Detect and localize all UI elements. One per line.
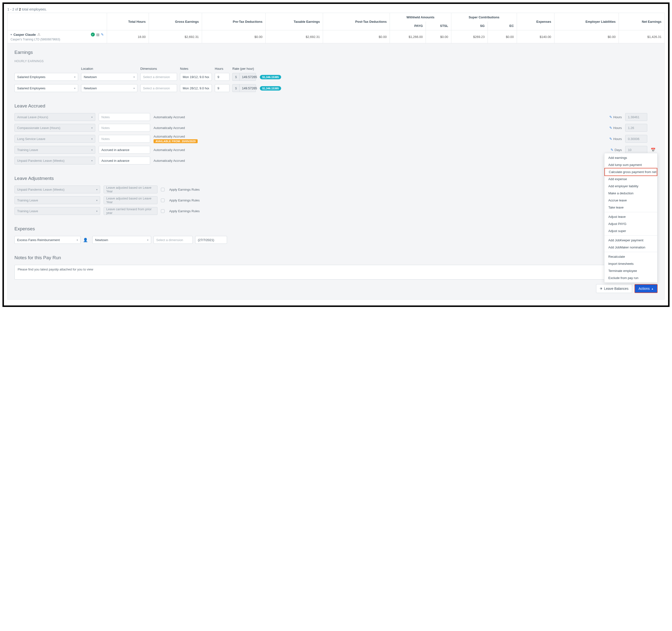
payrun-notes-input[interactable]	[15, 265, 657, 279]
adjust-reason-value: Leave carried forward from prior year	[106, 207, 155, 214]
available-from-badge: AVAILABLE FROM: 20/05/2029	[153, 139, 198, 143]
menu-item[interactable]: Accrue leave	[604, 197, 657, 204]
col-sg: SG	[451, 22, 487, 30]
menu-item[interactable]: Add JobMaker nomination	[604, 244, 657, 251]
cell-sg: $269.23	[451, 30, 487, 43]
count-prefix: 1 - 2 of	[7, 7, 19, 11]
menu-item[interactable]: Make a deduction	[604, 190, 657, 197]
earnings-dimension-input[interactable]	[140, 73, 177, 81]
leave-value-input: 0.30006	[625, 135, 647, 143]
edit-icon[interactable]: ✎	[609, 137, 612, 141]
leave-notes-field[interactable]	[101, 115, 147, 119]
edit-icon[interactable]: ✎	[610, 148, 614, 152]
chevron-down-icon[interactable]: ▾	[10, 33, 12, 36]
leave-value: 1.38461	[628, 115, 640, 119]
menu-item[interactable]: Import timesheets	[604, 260, 657, 267]
leave-notes-field[interactable]	[101, 159, 147, 162]
auto-accrued-text: Automatically Accrued	[153, 148, 200, 152]
menu-item[interactable]: Take leave	[604, 204, 657, 211]
chevron-down-icon: ▾	[96, 188, 97, 191]
notes-heading: Notes for this Pay Run	[15, 255, 657, 260]
earnings-notes-field[interactable]	[183, 86, 209, 90]
expense-dimension-field[interactable]	[156, 238, 190, 242]
expense-note-field[interactable]	[198, 238, 224, 242]
leave-notes-input[interactable]	[99, 157, 150, 165]
earnings-notes-input[interactable]	[180, 73, 212, 81]
col-super: Super Contributions	[451, 13, 517, 22]
leave-notes-field[interactable]	[101, 126, 147, 130]
chevron-down-icon: ▾	[96, 199, 97, 202]
chevron-down-icon: ▾	[77, 238, 78, 241]
menu-item[interactable]: Add lump sum payment	[604, 161, 657, 169]
earnings-location-select[interactable]: Newtown▾	[81, 84, 137, 92]
expense-note-input[interactable]	[195, 236, 227, 244]
leave-unit-label: Hours	[613, 115, 622, 119]
earnings-heading: Earnings	[15, 50, 657, 55]
menu-item[interactable]: Adjust leave	[604, 213, 657, 220]
calendar-icon[interactable]: 📅	[651, 148, 655, 152]
earnings-location-select[interactable]: Newtown▾	[81, 73, 137, 81]
earnings-hours-field[interactable]	[217, 75, 227, 79]
list-icon[interactable]: ▤	[96, 32, 99, 36]
actions-button[interactable]: Actions ▲	[634, 284, 657, 293]
menu-item[interactable]: Add JobKeeper payment	[604, 237, 657, 244]
leave-notes-field[interactable]	[101, 148, 147, 152]
earnings-hours-input[interactable]	[215, 84, 230, 92]
menu-item[interactable]: Adjust PAYG	[604, 220, 657, 227]
dollar-icon: $	[233, 84, 239, 92]
menu-item[interactable]: Add earnings	[604, 154, 657, 161]
adjust-type-select: Training Leave▾	[15, 196, 100, 204]
edit-icon[interactable]: ✎	[101, 32, 104, 36]
menu-item[interactable]: Exclude from pay run	[604, 274, 657, 281]
earnings-notes-field[interactable]	[183, 75, 209, 79]
col-expenses: Expenses	[517, 13, 554, 30]
earnings-dimension-input[interactable]	[140, 84, 177, 92]
expense-category-value: Excess Fares Reimbursement	[17, 238, 60, 242]
cell-pretax: $0.00	[202, 30, 265, 43]
cell-gross: $2,692.31	[149, 30, 202, 43]
earnings-category-select[interactable]: Salaried Employees▾	[15, 73, 78, 81]
menu-item[interactable]: Calculate gross payment from net	[604, 168, 657, 176]
menu-item[interactable]: Terminate employee	[604, 267, 657, 274]
leave-notes-input[interactable]	[99, 124, 150, 132]
menu-item[interactable]: Add employer liability	[604, 183, 657, 190]
earnings-notes-input[interactable]	[180, 84, 212, 92]
col-hours-label: Hours	[215, 67, 230, 71]
menu-item[interactable]: Recalculate	[604, 253, 657, 260]
leave-balances-label: Leave Balances	[604, 286, 629, 291]
earnings-category-select[interactable]: Salaried Employees▾	[15, 84, 78, 92]
apply-rules-label: Apply Earnings Rules	[169, 199, 218, 202]
expense-location-value: Newtown	[95, 238, 108, 242]
menu-item[interactable]: Add expense	[604, 176, 657, 183]
leave-notes-field[interactable]	[101, 137, 147, 141]
leave-notes-input[interactable]	[99, 146, 150, 154]
earnings-hours-input[interactable]	[215, 73, 230, 81]
leave-notes-input[interactable]	[99, 135, 150, 143]
leave-value: 0.30006	[628, 137, 640, 141]
col-withheld: Withheld Amounts	[390, 13, 451, 22]
menu-item[interactable]: Adjust super	[604, 227, 657, 234]
apply-rules-checkbox[interactable]	[161, 209, 165, 213]
chevron-down-icon: ▾	[91, 116, 93, 119]
expense-dimension-input[interactable]	[153, 236, 193, 244]
chevron-down-icon: ▾	[91, 159, 93, 162]
expense-location-select[interactable]: Newtown▾	[92, 236, 151, 244]
apply-rules-checkbox[interactable]	[161, 188, 165, 192]
col-pretax: Pre-Tax Deductions	[202, 13, 265, 30]
leave-notes-input[interactable]	[99, 113, 150, 121]
employee-row[interactable]: ▾ Casper Claude ⚠ ✓ ▤ ✎ Casper's Trainin…	[7, 30, 665, 43]
earnings-dimension-field[interactable]	[143, 75, 174, 79]
expense-category-select[interactable]: Excess Fares Reimbursement▾	[15, 236, 80, 244]
leave-balances-button[interactable]: ✈ Leave Balances	[596, 284, 632, 293]
leave-type-value: Training Leave	[17, 148, 38, 152]
apply-rules-label: Apply Earnings Rules	[169, 188, 218, 192]
edit-icon[interactable]: ✎	[609, 115, 612, 119]
app-frame: 1 - 2 of 2 total employees. Total Hours …	[2, 2, 670, 307]
col-rate-label: Rate (per hour)	[233, 67, 257, 71]
leave-value-input: 10	[625, 146, 647, 154]
earnings-hours-field[interactable]	[217, 86, 227, 90]
earnings-dimension-field[interactable]	[143, 86, 174, 90]
apply-rules-checkbox[interactable]	[161, 199, 165, 202]
chevron-down-icon: ▾	[147, 238, 148, 241]
edit-icon[interactable]: ✎	[609, 126, 612, 130]
